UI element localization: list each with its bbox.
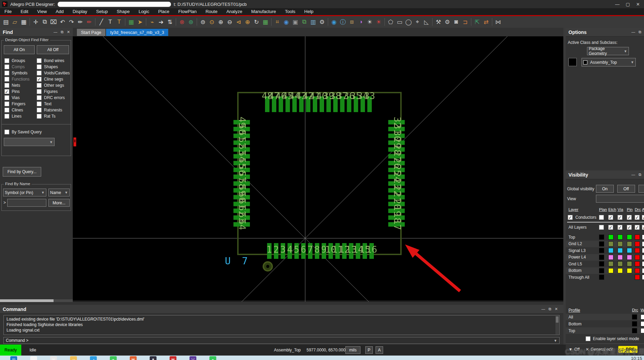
menu-flowplan[interactable]: FlowPlan: [174, 8, 201, 15]
p-button[interactable]: P: [365, 346, 373, 354]
shape-polygon-icon[interactable]: ⬠: [386, 17, 395, 26]
profile-row-top[interactable]: Top: [566, 327, 644, 334]
profile-drc-swatch[interactable]: [632, 328, 637, 333]
visibility-eye-icon[interactable]: ◉: [330, 17, 338, 26]
menu-manufacture[interactable]: Manufacture: [247, 8, 280, 15]
checkbox[interactable]: [37, 71, 42, 75]
find-filter-pins[interactable]: ✓Pins: [4, 88, 36, 95]
find-minimize-icon[interactable]: —: [54, 30, 57, 34]
global-visibility-on-button[interactable]: On: [596, 185, 614, 193]
zoom-out-icon[interactable]: ⊖: [225, 17, 234, 26]
drill-tool-icon[interactable]: ⚒: [434, 17, 443, 26]
layer-drc-swatch[interactable]: [635, 255, 640, 260]
layer-etch-swatch[interactable]: [608, 248, 613, 253]
unrats-all-icon[interactable]: ⊛: [186, 17, 195, 26]
find-filter-vias[interactable]: Vias: [4, 95, 36, 101]
layer-row-top[interactable]: Top: [566, 234, 644, 240]
checkbox[interactable]: [4, 58, 9, 63]
pipe-r2-icon[interactable]: ⊐: [461, 17, 470, 26]
menu-route[interactable]: Route: [201, 8, 222, 15]
checkbox[interactable]: [4, 101, 9, 106]
checkbox[interactable]: [37, 114, 42, 119]
layer-etch-swatch[interactable]: [608, 268, 613, 273]
profile-drc-swatch[interactable]: [632, 321, 637, 326]
undo-icon[interactable]: ↶: [58, 17, 67, 26]
swap-icon[interactable]: ⇄: [482, 17, 491, 26]
layer-pin-swatch[interactable]: [627, 248, 632, 253]
command-float-icon[interactable]: ⧉: [549, 307, 551, 311]
pcb-canvas[interactable]: 4847464544434241403938373635343312345678…: [73, 36, 563, 302]
layer-row-gnd-l2[interactable]: Gnd L2: [566, 241, 644, 247]
layer-via-swatch[interactable]: [618, 268, 623, 273]
shadow-mode-icon[interactable]: ▣: [291, 17, 300, 26]
adobe-app-icon[interactable]: ▣: [170, 356, 176, 360]
dark-app-icon[interactable]: ▮: [150, 356, 157, 360]
options-minimize-icon[interactable]: —: [631, 30, 635, 34]
find-filter-nets[interactable]: Nets: [4, 82, 36, 88]
layer-drc-swatch[interactable]: [635, 235, 640, 240]
minimize-icon[interactable]: —: [615, 2, 620, 7]
layer-all-swatch[interactable]: [642, 248, 644, 253]
spread-icon[interactable]: ⇅: [165, 17, 174, 26]
by-saved-query-row[interactable]: By Saved Query: [4, 129, 42, 135]
palette-icon[interactable]: ◑: [356, 17, 365, 26]
layer-all-swatch[interactable]: [642, 261, 644, 266]
save-icon[interactable]: ▦: [19, 17, 28, 26]
checkbox[interactable]: [37, 64, 42, 69]
checkbox[interactable]: [37, 58, 42, 63]
move-icon[interactable]: ✛: [31, 17, 40, 26]
layer-all-swatch[interactable]: [642, 268, 644, 273]
checkbox[interactable]: [4, 108, 9, 112]
layer-drc-swatch[interactable]: [635, 275, 640, 280]
vis-checkbox[interactable]: [599, 225, 604, 230]
delete-icon[interactable]: ⌧: [49, 17, 58, 26]
profile-link[interactable]: Profile: [568, 308, 580, 313]
profile-w-swatch[interactable]: [641, 321, 644, 326]
find-filter-text[interactable]: Text: [37, 101, 70, 107]
find-name-input[interactable]: [7, 199, 46, 207]
layer-groups-icon[interactable]: ⧉: [300, 17, 309, 26]
menu-edit[interactable]: Edit: [16, 8, 33, 15]
checkbox[interactable]: [37, 89, 42, 94]
layer-via-swatch[interactable]: [618, 255, 623, 260]
redo-icon[interactable]: ↷: [67, 17, 76, 26]
all-off-button[interactable]: All Off: [37, 45, 69, 54]
layer-row-through-all[interactable]: Through All: [566, 274, 644, 280]
checkbox[interactable]: [4, 114, 9, 119]
by-saved-query-checkbox[interactable]: [4, 130, 9, 134]
layer-via-swatch[interactable]: [618, 241, 623, 247]
global-visibility-off-button[interactable]: Off: [617, 185, 635, 193]
new-drawing-icon[interactable]: ▤: [1, 17, 10, 26]
layer-via-swatch[interactable]: [618, 235, 623, 240]
layer-plan-swatch[interactable]: [599, 261, 604, 266]
highlight-icon[interactable]: ☀: [365, 17, 374, 26]
vis-checkbox[interactable]: [599, 215, 604, 220]
add-line-icon[interactable]: ╱: [97, 17, 106, 26]
tab-start-page[interactable]: Start Page: [77, 29, 105, 36]
tab-ty3d-freescan-s7-mb-v3-3[interactable]: ty3d_freescan_s7_mb_v3_3: [106, 29, 168, 36]
layer-plan-swatch[interactable]: [599, 248, 604, 253]
shape-circle-icon[interactable]: ◯: [404, 17, 413, 26]
enable-layer-select-row[interactable]: Enable layer select mode: [586, 336, 639, 342]
leaf-app-icon[interactable]: ❧: [110, 356, 117, 360]
maximize-icon[interactable]: ▢: [626, 2, 630, 7]
visibility-float-icon[interactable]: ⧉: [639, 172, 641, 177]
layer-plan-swatch[interactable]: [599, 268, 604, 273]
subclass-dropdown[interactable]: Assembly_Top ▼: [582, 58, 636, 67]
scrollbar-thumb[interactable]: [556, 316, 559, 323]
layer-all-swatch[interactable]: [642, 275, 644, 280]
color-dialog-icon[interactable]: ◉: [282, 17, 291, 26]
shape-rect-icon[interactable]: ▭: [395, 17, 404, 26]
layer-plan-swatch[interactable]: [599, 255, 604, 260]
unfix-icon[interactable]: ✏: [85, 17, 94, 26]
view-dropdown[interactable]: [596, 195, 644, 203]
conductors-row[interactable]: ✓Conductors✓✓✓✓✓: [566, 214, 644, 220]
mail-icon[interactable]: ✉: [50, 356, 57, 360]
place-component-icon[interactable]: ▦: [127, 17, 136, 26]
cross-section-icon[interactable]: ▥: [309, 17, 318, 26]
name-mode-dropdown[interactable]: Name ▼: [48, 189, 70, 196]
all-on-button[interactable]: All On: [4, 45, 35, 54]
checkbox[interactable]: ✓: [4, 89, 9, 94]
vis-checkbox[interactable]: ✓: [608, 215, 613, 220]
board-view-icon[interactable]: ▦: [261, 17, 270, 26]
